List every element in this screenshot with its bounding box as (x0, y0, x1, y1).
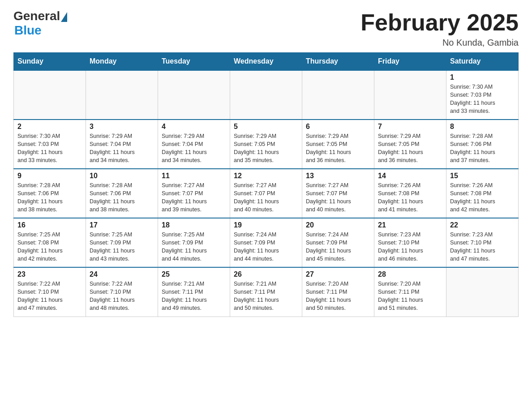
calendar-cell: 13Sunrise: 7:27 AMSunset: 7:07 PMDayligh… (302, 169, 374, 218)
day-info-line: and 47 minutes. (17, 305, 57, 311)
day-info-line: and 40 minutes. (306, 206, 346, 213)
day-info: Sunrise: 7:23 AMSunset: 7:10 PMDaylight:… (450, 231, 515, 263)
logo-triangle-icon (61, 12, 67, 22)
day-info-line: Sunrise: 7:21 AM (234, 281, 276, 287)
day-info-line: Daylight: 11 hours (162, 149, 207, 155)
day-info-line: Daylight: 11 hours (234, 149, 279, 155)
day-number: 6 (306, 123, 370, 131)
week-row: 1Sunrise: 7:30 AMSunset: 7:03 PMDaylight… (14, 70, 519, 120)
day-number: 17 (90, 221, 154, 229)
day-info-line: Daylight: 11 hours (90, 198, 135, 205)
logo: General Blue (13, 9, 67, 38)
day-info: Sunrise: 7:28 AMSunset: 7:06 PMDaylight:… (17, 181, 82, 214)
day-info-line: Sunrise: 7:28 AM (450, 133, 493, 139)
day-number: 10 (90, 172, 154, 180)
day-info: Sunrise: 7:30 AMSunset: 7:03 PMDaylight:… (17, 132, 82, 165)
day-info-line: Sunrise: 7:30 AM (17, 133, 60, 139)
calendar-cell: 17Sunrise: 7:25 AMSunset: 7:09 PMDayligh… (86, 218, 158, 267)
day-number: 5 (234, 123, 298, 131)
day-info-line: and 51 minutes. (378, 305, 418, 311)
day-info-line: Sunset: 7:09 PM (90, 240, 131, 246)
calendar-day-header: Thursday (302, 53, 374, 71)
calendar-table: SundayMondayTuesdayWednesdayThursdayFrid… (13, 52, 519, 317)
calendar-cell: 20Sunrise: 7:24 AMSunset: 7:09 PMDayligh… (302, 218, 374, 267)
day-info-line: Sunset: 7:08 PM (450, 190, 491, 197)
day-info-line: and 40 minutes. (234, 206, 274, 213)
day-info-line: Daylight: 11 hours (17, 248, 63, 254)
day-number: 26 (234, 270, 298, 278)
day-info-line: Sunset: 7:07 PM (234, 190, 275, 197)
calendar-cell: 9Sunrise: 7:28 AMSunset: 7:06 PMDaylight… (14, 169, 86, 218)
day-info-line: Sunrise: 7:20 AM (378, 281, 420, 287)
calendar-cell: 2Sunrise: 7:30 AMSunset: 7:03 PMDaylight… (14, 120, 86, 169)
day-info-line: Sunrise: 7:27 AM (162, 182, 204, 188)
calendar-cell: 27Sunrise: 7:20 AMSunset: 7:11 PMDayligh… (302, 267, 374, 317)
calendar-day-header: Monday (86, 53, 158, 71)
day-info-line: Daylight: 11 hours (234, 198, 279, 205)
day-info-line: Sunrise: 7:27 AM (234, 182, 276, 188)
calendar-day-header: Sunday (14, 53, 86, 71)
day-info: Sunrise: 7:22 AMSunset: 7:10 PMDaylight:… (90, 280, 154, 313)
day-info: Sunrise: 7:28 AMSunset: 7:06 PMDaylight:… (450, 132, 515, 165)
day-number: 19 (234, 221, 298, 229)
day-number: 7 (378, 123, 442, 131)
day-info-line: Daylight: 11 hours (306, 297, 351, 303)
calendar-day-header: Tuesday (158, 53, 230, 71)
day-info: Sunrise: 7:21 AMSunset: 7:11 PMDaylight:… (162, 280, 226, 313)
day-number: 22 (450, 221, 515, 229)
day-info: Sunrise: 7:27 AMSunset: 7:07 PMDaylight:… (234, 181, 298, 214)
week-row: 2Sunrise: 7:30 AMSunset: 7:03 PMDaylight… (14, 120, 519, 169)
day-info-line: Sunset: 7:10 PM (378, 240, 419, 246)
day-info: Sunrise: 7:29 AMSunset: 7:05 PMDaylight:… (234, 132, 298, 165)
day-info-line: Daylight: 11 hours (306, 198, 351, 205)
day-info: Sunrise: 7:26 AMSunset: 7:08 PMDaylight:… (378, 181, 442, 214)
day-info-line: Sunset: 7:04 PM (162, 141, 203, 147)
day-info-line: Sunset: 7:09 PM (234, 240, 275, 246)
day-info-line: and 39 minutes. (162, 206, 202, 213)
day-info-line: Daylight: 11 hours (450, 198, 495, 205)
calendar-cell: 25Sunrise: 7:21 AMSunset: 7:11 PMDayligh… (158, 267, 230, 317)
day-info-line: and 42 minutes. (17, 256, 57, 262)
day-number: 21 (378, 221, 442, 229)
day-info-line: Daylight: 11 hours (450, 149, 495, 155)
day-info-line: Sunrise: 7:26 AM (450, 182, 493, 188)
day-info-line: Sunset: 7:07 PM (162, 190, 203, 197)
calendar-cell: 3Sunrise: 7:29 AMSunset: 7:04 PMDaylight… (86, 120, 158, 169)
day-info-line: Sunset: 7:09 PM (162, 240, 203, 246)
calendar-cell: 8Sunrise: 7:28 AMSunset: 7:06 PMDaylight… (446, 120, 519, 169)
day-info-line: Sunset: 7:08 PM (378, 190, 419, 197)
logo-blue: Blue (13, 23, 42, 38)
day-info-line: Sunset: 7:06 PM (450, 141, 491, 147)
day-info-line: Daylight: 11 hours (17, 297, 63, 303)
day-info: Sunrise: 7:27 AMSunset: 7:07 PMDaylight:… (162, 181, 226, 214)
calendar-cell: 7Sunrise: 7:29 AMSunset: 7:05 PMDaylight… (374, 120, 446, 169)
day-info-line: Sunset: 7:03 PM (17, 141, 59, 147)
calendar-cell: 26Sunrise: 7:21 AMSunset: 7:11 PMDayligh… (230, 267, 302, 317)
day-info: Sunrise: 7:29 AMSunset: 7:04 PMDaylight:… (162, 132, 226, 165)
day-info: Sunrise: 7:29 AMSunset: 7:05 PMDaylight:… (378, 132, 442, 165)
day-info-line: Daylight: 11 hours (378, 297, 423, 303)
calendar-cell: 10Sunrise: 7:28 AMSunset: 7:06 PMDayligh… (86, 169, 158, 218)
day-info-line: and 33 minutes. (450, 108, 490, 114)
day-info-line: Sunset: 7:05 PM (378, 141, 419, 147)
day-info: Sunrise: 7:24 AMSunset: 7:09 PMDaylight:… (306, 231, 370, 263)
day-info-line: Sunrise: 7:27 AM (306, 182, 348, 188)
week-row: 9Sunrise: 7:28 AMSunset: 7:06 PMDaylight… (14, 169, 519, 218)
calendar-cell (230, 70, 302, 120)
calendar-cell: 19Sunrise: 7:24 AMSunset: 7:09 PMDayligh… (230, 218, 302, 267)
calendar-cell: 28Sunrise: 7:20 AMSunset: 7:11 PMDayligh… (374, 267, 446, 317)
day-info: Sunrise: 7:20 AMSunset: 7:11 PMDaylight:… (306, 280, 370, 313)
day-info-line: and 47 minutes. (450, 256, 490, 262)
day-info: Sunrise: 7:26 AMSunset: 7:08 PMDaylight:… (450, 181, 515, 214)
day-number: 4 (162, 123, 226, 131)
day-number: 18 (162, 221, 226, 229)
day-info: Sunrise: 7:29 AMSunset: 7:04 PMDaylight:… (90, 132, 154, 165)
day-number: 13 (306, 172, 370, 180)
day-info-line: and 48 minutes. (90, 305, 129, 311)
calendar-cell (86, 70, 158, 120)
day-info-line: Sunset: 7:05 PM (306, 141, 347, 147)
day-number: 1 (450, 73, 515, 81)
calendar-cell: 1Sunrise: 7:30 AMSunset: 7:03 PMDaylight… (446, 70, 519, 120)
week-row: 23Sunrise: 7:22 AMSunset: 7:10 PMDayligh… (14, 267, 519, 317)
day-info-line: Sunset: 7:03 PM (450, 92, 491, 98)
